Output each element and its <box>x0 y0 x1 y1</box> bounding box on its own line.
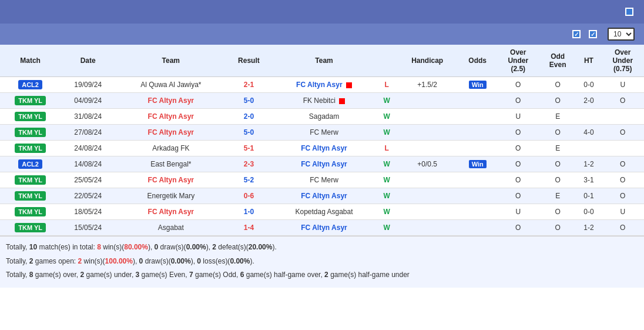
result-score: 5-2 <box>244 176 254 184</box>
cell-badge: TKM YL <box>0 125 61 141</box>
cell-date: 31/08/24 <box>61 109 115 125</box>
col-ht: HT <box>576 45 601 77</box>
cell-team1: Al Quwa Al Jawiya* <box>115 77 226 93</box>
match-badge: TKM YL <box>15 175 46 185</box>
cell-odd-even: O <box>539 77 576 93</box>
col-result: Result <box>226 45 271 77</box>
result-score: 5-0 <box>244 128 254 136</box>
cell-over-under: O <box>497 188 540 204</box>
acl2-filter[interactable]: ✓ <box>572 30 583 38</box>
cell-team1: East Bengal* <box>115 156 226 172</box>
cell-ht: 3-1 <box>576 172 601 188</box>
cell-team1: Asgabat <box>115 220 226 236</box>
cell-odd-even: E <box>539 109 576 125</box>
table-row: TKM YL 22/05/24 Energetik Mary 0-6 FC Al… <box>0 188 644 204</box>
cell-date: 15/05/24 <box>61 220 115 236</box>
col-over-under2: OverUnder(0.75) <box>601 45 644 77</box>
cell-date: 27/08/24 <box>61 125 115 141</box>
cell-team2: FC Merw <box>271 125 377 141</box>
table-row: ACL2 19/09/24 Al Quwa Al Jawiya* 2-1 FC … <box>0 77 644 93</box>
cell-ht <box>576 109 601 125</box>
cell-over-under: U <box>497 109 540 125</box>
cell-handicap <box>396 204 458 220</box>
cell-odd-even: O <box>539 156 576 172</box>
games-select-input[interactable]: 5 10 20 All <box>608 28 635 41</box>
cell-badge: TKM YL <box>0 109 61 125</box>
cell-over-under: U <box>497 204 540 220</box>
table-row: TKM YL 04/09/24 FC Altyn Asyr 5-0 FK Neb… <box>0 93 644 109</box>
cell-handicap <box>396 93 458 109</box>
win-loss-indicator: W <box>383 224 390 232</box>
result-score: 2-0 <box>244 112 254 121</box>
cell-wl: W <box>377 220 397 236</box>
cell-team2: Kopetdag Asgabat <box>271 204 377 220</box>
cell-wl: W <box>377 156 397 172</box>
cell-over-under: O <box>497 125 540 141</box>
col-team2: Team <box>271 45 377 77</box>
cell-result: 0-6 <box>226 188 271 204</box>
cell-over-under2: O <box>601 188 644 204</box>
cell-badge: TKM YL <box>0 204 61 220</box>
cell-handicap <box>396 109 458 125</box>
red-card-icon <box>346 82 352 88</box>
footer-line2: Totally, 2 games open: 2 win(s)(100.00%)… <box>6 255 638 268</box>
cell-handicap <box>396 125 458 141</box>
cell-over-under: O <box>497 77 540 93</box>
cell-date: 25/05/24 <box>61 172 115 188</box>
tkm-yl-filter[interactable]: ✓ <box>589 30 599 38</box>
cell-date: 14/08/24 <box>61 156 115 172</box>
cell-over-under2: O <box>601 172 644 188</box>
display-notes-checkbox[interactable] <box>625 8 633 16</box>
cell-ht: 0-0 <box>576 204 601 220</box>
cell-team2: FC Altyn Asyr <box>271 220 377 236</box>
acl2-checkbox[interactable]: ✓ <box>572 30 581 38</box>
cell-date: 22/05/24 <box>61 188 115 204</box>
cell-odd-even: O <box>539 204 576 220</box>
win-loss-indicator: W <box>383 128 390 136</box>
scores-table: Match Date Team Result Team Handicap Odd… <box>0 45 644 236</box>
cell-team1: FC Altyn Asyr <box>115 172 226 188</box>
table-row: TKM YL 27/08/24 FC Altyn Asyr 5-0 FC Mer… <box>0 125 644 141</box>
cell-team1: FC Altyn Asyr <box>115 125 226 141</box>
cell-odd-even: E <box>539 188 576 204</box>
cell-result: 2-0 <box>226 109 271 125</box>
result-score: 5-0 <box>244 96 254 105</box>
cell-date: 18/05/24 <box>61 204 115 220</box>
match-badge: ACL2 <box>18 159 42 169</box>
cell-team2: FK Nebitci <box>271 93 377 109</box>
tkm-checkbox[interactable]: ✓ <box>589 30 597 38</box>
cell-over-under: O <box>497 220 540 236</box>
win-loss-indicator: W <box>383 96 390 105</box>
cell-team2: Sagadam <box>271 109 377 125</box>
display-notes-container[interactable] <box>625 8 637 16</box>
table-row: TKM YL 24/08/24 Arkadag FK 5-1 FC Altyn … <box>0 141 644 156</box>
col-team1: Team <box>115 45 226 77</box>
cell-odds <box>458 204 497 220</box>
cell-result: 1-0 <box>226 204 271 220</box>
cell-handicap <box>396 188 458 204</box>
cell-team2: FC Altyn Asyr <box>271 141 377 156</box>
win-loss-indicator: L <box>384 144 388 152</box>
result-score: 2-3 <box>244 160 254 168</box>
col-match: Match <box>0 45 61 77</box>
cell-odds: Win <box>458 77 497 93</box>
cell-team1: FC Altyn Asyr <box>115 204 226 220</box>
cell-date: 19/09/24 <box>61 77 115 93</box>
cell-team1: Energetik Mary <box>115 188 226 204</box>
cell-wl: W <box>377 93 397 109</box>
cell-badge: TKM YL <box>0 172 61 188</box>
cell-badge: ACL2 <box>0 77 61 93</box>
cell-wl: W <box>377 125 397 141</box>
match-badge: TKM YL <box>15 96 46 105</box>
cell-odd-even: O <box>539 172 576 188</box>
cell-wl: W <box>377 109 397 125</box>
cell-result: 5-1 <box>226 141 271 156</box>
cell-handicap <box>396 220 458 236</box>
cell-team1: FC Altyn Asyr <box>115 109 226 125</box>
cell-ht: 4-0 <box>576 125 601 141</box>
cell-result: 2-3 <box>226 156 271 172</box>
odds-win-badge: Win <box>469 81 487 89</box>
cell-odd-even: O <box>539 220 576 236</box>
table-row: TKM YL 18/05/24 FC Altyn Asyr 1-0 Kopetd… <box>0 204 644 220</box>
cell-wl: W <box>377 204 397 220</box>
